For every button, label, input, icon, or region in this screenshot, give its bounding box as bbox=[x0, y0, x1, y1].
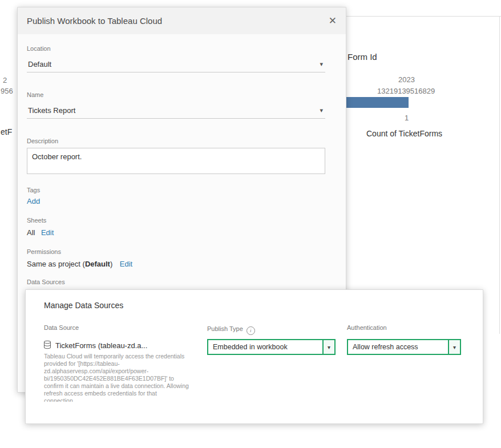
chevron-down-icon: ▾ bbox=[320, 107, 325, 114]
sheets-label: Sheets bbox=[27, 217, 46, 224]
description-input[interactable]: October report. bbox=[27, 148, 325, 174]
permissions-project: Default bbox=[85, 260, 110, 268]
permissions-edit-link[interactable]: Edit bbox=[120, 260, 132, 268]
publish-type-select[interactable]: Embedded in workbook ▾ bbox=[207, 339, 336, 355]
name-select[interactable]: Tickets Report ▾ bbox=[27, 103, 325, 119]
chevron-down-icon: ▾ bbox=[322, 340, 334, 354]
permissions-label: Permissions bbox=[27, 248, 61, 255]
publish-type-value: Embedded in workbook bbox=[208, 340, 322, 354]
authentication-value: Allow refresh access bbox=[348, 340, 448, 354]
pane-top-border bbox=[346, 16, 501, 17]
close-icon[interactable]: ✕ bbox=[329, 16, 337, 26]
form-number-label: 13219139516829 bbox=[377, 87, 435, 95]
sheets-value: All bbox=[27, 228, 35, 237]
authentication-select[interactable]: Allow refresh access ▾ bbox=[347, 339, 461, 355]
name-value: Tickets Report bbox=[27, 106, 320, 115]
data-sources-label: Data Sources bbox=[27, 279, 65, 285]
name-label: Name bbox=[27, 91, 43, 98]
chevron-down-icon: ▾ bbox=[320, 60, 325, 68]
tags-label: Tags bbox=[27, 187, 40, 193]
sheets-edit-link[interactable]: Edit bbox=[41, 228, 54, 237]
data-source-note: Tableau Cloud will temporarily access th… bbox=[44, 353, 190, 402]
database-icon bbox=[43, 340, 52, 349]
clipped-year-fragment: 2 bbox=[3, 76, 17, 84]
column-header-form-id: Form Id bbox=[348, 52, 377, 62]
manage-data-sources-panel: Manage Data Sources Data Source Publish … bbox=[25, 289, 483, 424]
location-select[interactable]: Default ▾ bbox=[27, 56, 325, 72]
column-authentication: Authentication bbox=[347, 324, 387, 331]
info-icon[interactable]: i bbox=[247, 326, 255, 335]
bar-value-label: 1 bbox=[405, 114, 409, 122]
pane-right-border bbox=[499, 16, 500, 334]
clipped-axis-fragment: etF bbox=[1, 127, 17, 136]
location-value: Default bbox=[27, 60, 320, 68]
description-label: Description bbox=[27, 138, 58, 144]
clipped-number-fragment: 956 bbox=[1, 87, 17, 95]
tags-add-link[interactable]: Add bbox=[27, 197, 40, 205]
data-source-name: TicketForms (tableau-zd.a... bbox=[55, 341, 147, 350]
dialog-header: Publish Workbook to Tableau Cloud ✕ bbox=[18, 7, 346, 34]
location-label: Location bbox=[27, 45, 51, 52]
axis-title: Count of TicketForms bbox=[366, 129, 442, 138]
sheets-row: All Edit bbox=[27, 227, 54, 237]
chevron-down-icon: ▾ bbox=[448, 340, 460, 354]
bar-2023[interactable] bbox=[342, 97, 409, 108]
dialog-title: Publish Workbook to Tableau Cloud bbox=[27, 16, 162, 26]
year-label: 2023 bbox=[398, 75, 415, 84]
permissions-suffix: ) bbox=[110, 260, 112, 268]
manage-data-sources-title: Manage Data Sources bbox=[44, 301, 123, 310]
column-data-source: Data Source bbox=[44, 324, 79, 331]
permissions-prefix: Same as project ( bbox=[27, 260, 85, 268]
permissions-row: Same as project (Default) Edit bbox=[27, 259, 132, 269]
column-publish-type: Publish Typei bbox=[207, 323, 255, 335]
